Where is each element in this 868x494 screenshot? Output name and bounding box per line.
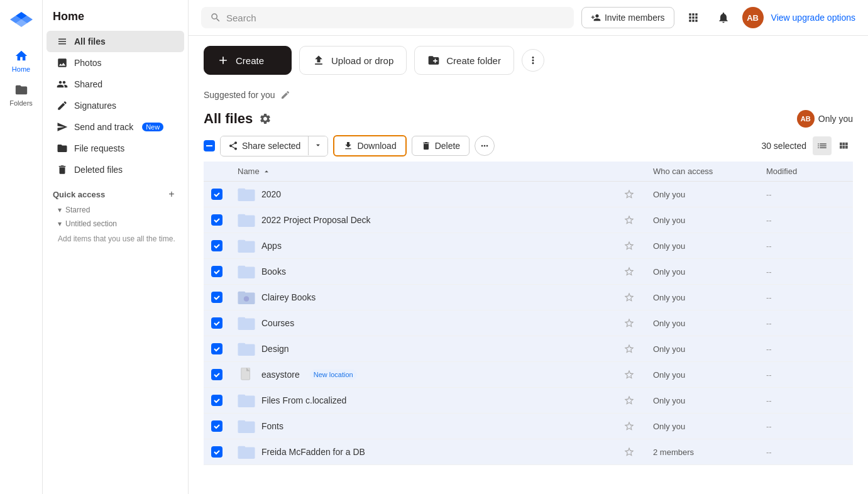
create-folder-button[interactable]: Create folder	[414, 46, 514, 75]
table-row[interactable]: Books Only you --	[204, 259, 853, 285]
row-checkbox[interactable]	[211, 395, 222, 406]
sidebar-item-deleted-files[interactable]: Deleted files	[47, 159, 184, 180]
table-row[interactable]: Freida McFadden for a DB 2 members --	[204, 439, 853, 465]
row-access-cell: Only you	[646, 259, 759, 285]
files-header: All files AB Only you	[204, 110, 853, 128]
sidebar-item-photos[interactable]: Photos	[47, 52, 184, 74]
row-checkbox[interactable]	[211, 420, 222, 432]
svg-rect-2	[238, 189, 245, 191]
share-selected-group: Share selected	[220, 136, 328, 156]
star-button[interactable]	[620, 237, 638, 255]
table-row[interactable]: 2022 Project Proposal Deck Only you --	[204, 207, 853, 233]
row-name-cell: easystore New location	[230, 362, 613, 388]
delete-button[interactable]: Delete	[412, 136, 470, 156]
row-name-cell: Clairey Books	[230, 285, 613, 310]
delete-label: Delete	[435, 141, 460, 151]
sidebar-item-all-files[interactable]: All files	[47, 31, 184, 52]
row-checkbox[interactable]	[211, 343, 222, 354]
select-all-checkbox[interactable]	[204, 140, 215, 151]
row-checkbox-cell	[204, 388, 230, 414]
row-access-cell: Only you	[646, 233, 759, 259]
add-quick-access-button[interactable]: +	[165, 188, 178, 200]
sidebar-item-shared[interactable]: Shared	[47, 74, 184, 95]
row-name-cell: Design	[230, 336, 613, 362]
star-button[interactable]	[620, 392, 638, 409]
row-star-cell	[613, 388, 646, 414]
table-row[interactable]: Design Only you --	[204, 336, 853, 362]
apps-grid-button[interactable]	[682, 6, 705, 29]
content-area: Create Upload or drop Create folder Sugg…	[189, 36, 868, 494]
row-star-cell	[613, 439, 646, 465]
file-name: Courses	[261, 318, 294, 328]
row-checkbox[interactable]	[211, 292, 222, 303]
row-checkbox[interactable]	[211, 240, 222, 251]
row-name-cell: Fonts	[230, 414, 613, 439]
row-checkbox[interactable]	[211, 317, 222, 329]
row-modified-cell: --	[759, 439, 853, 465]
table-row[interactable]: Clairey Books Only you --	[204, 285, 853, 310]
rail-item-folders[interactable]: Folders	[3, 79, 40, 111]
star-button[interactable]	[620, 211, 638, 229]
share-selected-button[interactable]: Share selected	[221, 136, 309, 155]
star-button[interactable]	[620, 340, 638, 358]
row-access-cell: Only you	[646, 182, 759, 207]
svg-rect-5	[238, 241, 255, 253]
row-checkbox[interactable]	[211, 266, 222, 277]
file-name: 2022 Project Proposal Deck	[261, 215, 371, 225]
svg-rect-8	[238, 266, 245, 268]
upgrade-link[interactable]: View upgrade options	[771, 13, 855, 23]
more-actions-button[interactable]	[522, 49, 544, 72]
notifications-button[interactable]	[712, 6, 735, 29]
row-access-cell: Only you	[646, 414, 759, 439]
rail-item-home[interactable]: Home	[3, 45, 40, 77]
toolbar-left: Share selected Download Delete	[204, 135, 495, 156]
suggested-edit-icon[interactable]	[280, 90, 290, 100]
star-button[interactable]	[620, 263, 638, 280]
create-button[interactable]: Create	[204, 46, 292, 75]
row-modified-cell: --	[759, 310, 853, 336]
starred-section[interactable]: ▾ Starred	[43, 203, 188, 217]
row-checkbox-cell	[204, 336, 230, 362]
star-button[interactable]	[620, 288, 638, 306]
list-view-button[interactable]	[813, 136, 832, 155]
upload-button[interactable]: Upload or drop	[299, 46, 407, 75]
row-checkbox[interactable]	[211, 369, 222, 380]
untitled-section[interactable]: ▾ Untitled section	[43, 217, 188, 231]
dropbox-logo[interactable]	[10, 8, 33, 33]
row-access-cell: Only you	[646, 285, 759, 310]
svg-rect-14	[238, 344, 255, 356]
row-checkbox[interactable]	[211, 189, 222, 200]
star-button[interactable]	[620, 443, 638, 461]
star-button[interactable]	[620, 314, 638, 332]
only-you-badge: AB Only you	[797, 110, 853, 128]
table-row[interactable]: easystore New location Only you --	[204, 362, 853, 388]
row-checkbox[interactable]	[211, 214, 222, 226]
table-row[interactable]: Fonts Only you --	[204, 414, 853, 439]
settings-icon[interactable]	[259, 113, 272, 125]
row-modified-cell: --	[759, 259, 853, 285]
left-rail: Home Folders	[0, 0, 43, 494]
invite-members-button[interactable]: Invite members	[581, 7, 674, 28]
row-checkbox[interactable]	[211, 446, 222, 458]
svg-rect-10	[238, 292, 245, 294]
more-toolbar-button[interactable]	[475, 136, 495, 156]
star-button[interactable]	[620, 366, 638, 383]
th-name[interactable]: Name	[230, 162, 613, 182]
share-selected-dropdown[interactable]	[309, 136, 327, 156]
sidebar-item-signatures[interactable]: Signatures	[47, 95, 184, 116]
table-row[interactable]: 2020 Only you --	[204, 182, 853, 207]
sidebar-item-send-and-track[interactable]: Send and track New	[47, 116, 184, 138]
download-label: Download	[357, 141, 396, 151]
star-button[interactable]	[620, 185, 638, 203]
star-button[interactable]	[620, 417, 638, 435]
row-checkbox-cell	[204, 259, 230, 285]
download-button[interactable]: Download	[333, 135, 406, 156]
table-row[interactable]: Files From c.localized Only you --	[204, 388, 853, 414]
user-avatar[interactable]: AB	[742, 7, 764, 28]
row-star-cell	[613, 362, 646, 388]
grid-view-button[interactable]	[834, 136, 853, 155]
sidebar-item-file-requests[interactable]: File requests	[47, 138, 184, 159]
table-row[interactable]: Apps Only you --	[204, 233, 853, 259]
table-row[interactable]: Courses Only you --	[204, 310, 853, 336]
search-bar[interactable]: Search	[201, 7, 574, 28]
